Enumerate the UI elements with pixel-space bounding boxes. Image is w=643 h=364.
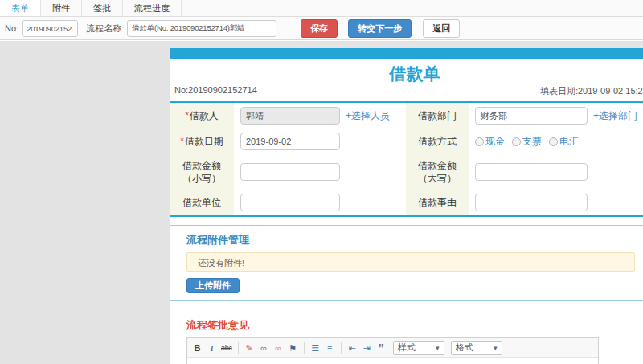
radio-wire-label: 电汇 — [559, 135, 579, 149]
radio-circle-icon — [549, 137, 558, 146]
unlink-icon[interactable]: ∞ — [273, 341, 284, 355]
tab-progress[interactable]: 流程进度 — [123, 0, 182, 16]
chevron-down-icon: ▾ — [436, 344, 440, 352]
chevron-down-icon: ▾ — [494, 344, 498, 352]
format-dropdown[interactable]: 格式 ▾ — [451, 341, 502, 355]
borrow-unit-input[interactable] — [240, 194, 340, 211]
borrower-input[interactable] — [240, 107, 340, 125]
required-mark: * — [180, 136, 184, 147]
ordered-list-icon[interactable]: ☰ — [310, 341, 321, 355]
toolbar-separator — [341, 342, 342, 354]
loan-form-table: *借款人 +选择人员 借款部门 +选择部门 *借款日期 — [170, 101, 643, 217]
table-row: 借款金额（小写） 借款金额（大写） — [170, 154, 643, 190]
no-attachment-alert: 还没有附件! — [186, 252, 635, 272]
bold-icon[interactable]: B — [192, 341, 203, 355]
payment-method-label: 借款方式 — [418, 136, 457, 147]
select-department-link[interactable]: +选择部门 — [593, 110, 637, 121]
table-row: *借款人 +选择人员 借款部门 +选择部门 — [170, 102, 643, 129]
strikethrough-icon[interactable]: abc — [221, 341, 232, 355]
approval-title: 流程签批意见 — [186, 319, 643, 331]
flow-toolbar: No: 流程名称: 保存 转交下一步 返回 — [0, 17, 643, 40]
approval-panel: 流程签批意见 B I abc ✎ ∞ ∞ ⚑ ☰ ≡ ⇤ ⇥ — [170, 309, 643, 364]
editor-content[interactable] — [187, 358, 598, 364]
rich-text-editor: B I abc ✎ ∞ ∞ ⚑ ☰ ≡ ⇤ ⇥ ” 样式 — [186, 337, 599, 364]
amount-upper-label: 借款金额（大写） — [418, 160, 457, 184]
format-dropdown-label: 格式 — [456, 342, 473, 354]
department-input-cell: +选择部门 — [469, 102, 643, 129]
no-label: No: — [5, 23, 18, 33]
indent-icon[interactable]: ⇥ — [362, 341, 372, 355]
blockquote-icon[interactable]: ” — [376, 343, 387, 353]
required-mark: * — [185, 110, 189, 121]
tab-sign[interactable]: 签批 — [82, 0, 123, 16]
outdent-icon[interactable]: ⇤ — [347, 341, 358, 355]
tab-form[interactable]: 表单 — [0, 0, 41, 16]
borrower-label-cell: *借款人 — [170, 102, 234, 129]
remove-format-icon[interactable]: ✎ — [244, 341, 255, 355]
department-label: 借款部门 — [418, 110, 457, 121]
borrow-reason-label: 借款事由 — [418, 197, 457, 208]
no-input[interactable] — [22, 20, 78, 37]
flow-name-input[interactable] — [127, 20, 276, 37]
radio-check-label: 支票 — [522, 135, 542, 149]
table-row: 借款单位 借款事由 — [170, 190, 643, 216]
workspace: 借款单 No:20190902152714 填表日期:2019-09-02 15… — [0, 41, 643, 364]
link-icon[interactable]: ∞ — [259, 341, 269, 355]
save-button[interactable]: 保存 — [301, 19, 338, 38]
form-meta-row: No:20190902152714 填表日期:2019-09-02 15:27:… — [170, 85, 643, 101]
toolbar-separator — [238, 342, 239, 354]
amount-upper-label-cell: 借款金额（大写） — [406, 154, 469, 190]
borrow-date-input[interactable] — [240, 133, 340, 150]
radio-circle-icon — [512, 137, 521, 146]
italic-icon[interactable]: I — [207, 341, 217, 355]
radio-wire[interactable]: 电汇 — [549, 135, 579, 149]
radio-circle-icon — [475, 137, 484, 146]
borrow-date-input-cell — [234, 129, 406, 154]
department-label-cell: 借款部门 — [406, 102, 469, 129]
radio-cash[interactable]: 现金 — [475, 135, 505, 149]
payment-method-radio-group: 现金 支票 电汇 — [475, 135, 643, 149]
toolbar-separator — [304, 342, 305, 354]
borrow-date-label: 借款日期 — [185, 136, 223, 147]
amount-lower-label-cell: 借款金额（小写） — [170, 154, 234, 190]
unordered-list-icon[interactable]: ≡ — [325, 341, 335, 355]
form-title: 借款单 — [170, 63, 643, 85]
anchor-flag-icon[interactable]: ⚑ — [288, 341, 298, 355]
table-row: *借款日期 借款方式 现金 支票 电汇 — [170, 129, 643, 154]
borrow-reason-input-cell — [469, 190, 643, 216]
department-input[interactable] — [475, 107, 588, 125]
amount-lower-label: 借款金额（小写） — [182, 160, 221, 184]
amount-upper-input[interactable] — [475, 163, 588, 181]
back-button[interactable]: 返回 — [423, 19, 460, 38]
attachment-panel: 流程附件管理 还没有附件! 上传附件 — [170, 225, 643, 301]
editor-toolbar: B I abc ✎ ∞ ∞ ⚑ ☰ ≡ ⇤ ⇥ ” 样式 — [187, 338, 598, 358]
loan-form-panel: 借款单 No:20190902152714 填表日期:2019-09-02 15… — [170, 48, 643, 364]
tab-attachment[interactable]: 附件 — [41, 0, 82, 16]
form-no: No:20190902152714 — [174, 85, 257, 97]
amount-lower-input-cell — [234, 154, 406, 190]
next-step-button[interactable]: 转交下一步 — [348, 19, 412, 38]
borrow-reason-label-cell: 借款事由 — [406, 190, 469, 216]
style-dropdown[interactable]: 样式 ▾ — [393, 341, 444, 355]
select-person-link[interactable]: +选择人员 — [346, 110, 390, 121]
borrow-unit-label: 借款单位 — [182, 197, 221, 208]
payment-method-label-cell: 借款方式 — [406, 129, 469, 154]
amount-lower-input[interactable] — [240, 163, 340, 181]
borrow-unit-label-cell: 借款单位 — [170, 190, 234, 216]
radio-check[interactable]: 支票 — [512, 135, 542, 149]
style-dropdown-label: 样式 — [398, 342, 416, 354]
panel-top-bar — [170, 48, 643, 59]
form-date: 填表日期:2019-09-02 15:27:1 — [540, 85, 643, 97]
borrower-label: 借款人 — [190, 110, 219, 121]
flow-name-label: 流程名称: — [86, 22, 124, 35]
borrow-reason-input[interactable] — [475, 194, 588, 211]
payment-method-cell: 现金 支票 电汇 — [469, 129, 643, 154]
tab-bar: 表单 附件 签批 流程进度 — [0, 0, 643, 17]
borrower-input-cell: +选择人员 — [234, 102, 406, 129]
upload-attachment-button[interactable]: 上传附件 — [186, 278, 240, 293]
radio-cash-label: 现金 — [485, 135, 505, 149]
attachment-title: 流程附件管理 — [186, 234, 643, 246]
borrow-date-label-cell: *借款日期 — [170, 129, 234, 154]
borrow-unit-input-cell — [234, 190, 406, 216]
amount-upper-input-cell — [469, 154, 643, 190]
